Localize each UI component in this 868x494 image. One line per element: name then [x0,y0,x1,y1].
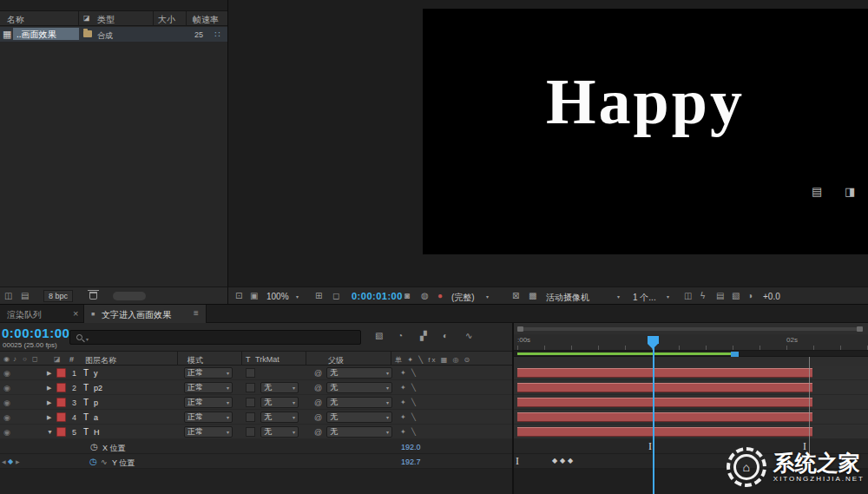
interpret-footage-icon[interactable]: ◫ [4,292,12,300]
item-name-field[interactable]: ..画面效果 [13,28,79,40]
property-name[interactable]: X 位置 [102,443,126,454]
mode-dropdown[interactable]: 正常▾ [184,426,233,438]
preserve-transparency-checkbox[interactable] [246,368,255,378]
tab-active-comp[interactable]: ■ 文字进入画面效果 ≡ [83,305,207,324]
keyframe-diamond[interactable]: ◆ [560,458,565,464]
viewer-overlay-icon-2[interactable]: ◨ [845,185,855,198]
stopwatch-icon[interactable]: ◷ [90,442,98,451]
prev-keyframe-icon[interactable]: ◀ [2,458,6,464]
layer-name[interactable]: p [94,398,98,407]
property-row-x-position[interactable]: ◷ X 位置 192.0 [0,439,512,454]
layer-color-chip[interactable] [56,427,66,437]
graph-editor-icon[interactable]: ∿ [465,332,472,340]
flowchart-button-icon[interactable]: ▧ [732,292,740,300]
layer-switches[interactable]: ✦ ╲ [400,428,418,436]
eye-icon[interactable]: ◉ [3,428,10,437]
layer-duration-bar[interactable] [517,427,812,437]
layer-duration-bar[interactable] [517,398,812,407]
layer-row[interactable]: ◉ ▶ 4 T a 正常▾ 无▾ @ 无▾ ✦ ╲ [0,410,512,425]
keyframe-diamond[interactable]: ◆ [552,458,557,464]
keyframe-diamond[interactable]: ◆ [568,458,573,464]
layer-name[interactable]: p2 [94,384,102,392]
always-preview-icon[interactable]: ⊡ [235,292,242,300]
mini-flowchart-icon[interactable]: ▧ [375,332,383,340]
layer-name[interactable]: y [94,369,98,378]
time-navigator-end-handle[interactable] [857,326,863,332]
layer-switches[interactable]: ✦ ╲ [400,369,418,377]
transparency-grid-icon[interactable]: ▩ [529,292,536,300]
current-time-indicator-line[interactable] [653,337,654,494]
twirl-arrow-icon[interactable]: ▶ [47,370,51,377]
column-name[interactable]: 名称 [7,14,24,26]
trkmat-dropdown[interactable]: 无▾ [260,426,299,438]
property-row-y-position[interactable]: ◀ ◆ ▶ ◷ ∿ Y 位置 192.7 [0,454,512,469]
layer-color-chip[interactable] [56,368,66,378]
color-depth-button[interactable]: 8 bpc [43,290,73,302]
mode-dropdown[interactable]: 正常▾ [184,367,233,379]
next-keyframe-icon[interactable]: ▶ [16,458,20,464]
property-name[interactable]: Y 位置 [112,458,135,469]
layer-row[interactable]: ◉ ▶ 1 T y 正常▾ @ 无▾ ✦ ╲ [0,366,512,380]
viewer-overlay-icon-1[interactable]: ▤ [812,185,822,198]
layer-color-chip[interactable] [56,412,66,422]
close-icon[interactable]: × [73,308,78,319]
property-value[interactable]: 192.0 [401,443,421,451]
preserve-transparency-checkbox[interactable] [246,427,255,437]
eye-icon[interactable]: ◉ [3,369,10,378]
layer-switches[interactable]: ✦ ╲ [400,413,418,421]
trkmat-dropdown[interactable]: 无▾ [260,382,299,393]
grid-guides-icon[interactable]: ⊞ [315,292,322,300]
eye-icon[interactable]: ◉ [3,413,10,422]
column-type[interactable]: 类型 [97,14,115,26]
preserve-transparency-checkbox[interactable] [246,383,255,392]
keyframe-marker[interactable]: I [516,456,519,466]
mask-visibility-icon[interactable]: ◻ [332,292,339,300]
pickwhip-icon[interactable]: @ [314,384,322,392]
twirl-arrow-icon[interactable]: ▶ [47,385,51,392]
preserve-transparency-checkbox[interactable] [246,412,255,422]
parent-dropdown[interactable]: 无▾ [326,412,392,423]
viewer-timecode[interactable]: 0:00:01:00 [352,291,403,301]
project-flow-pill[interactable] [113,292,146,300]
stopwatch-icon[interactable]: ◷ [89,457,97,466]
trash-icon[interactable] [89,292,97,300]
layer-row[interactable]: ◉ ▶ 2 T p2 正常▾ 无▾ @ 无▾ ✦ ╲ [0,380,512,395]
label-column-icon[interactable]: ◪ [83,14,90,22]
property-value[interactable]: 192.7 [401,458,421,466]
twirl-arrow-icon[interactable]: ▼ [47,429,53,435]
layer-name[interactable]: a [94,413,98,422]
mode-dropdown[interactable]: 正常▾ [184,397,233,408]
eye-icon[interactable]: ◉ [3,398,10,407]
twirl-arrow-icon[interactable]: ▶ [47,399,51,406]
eye-icon[interactable]: ◉ [3,384,10,392]
trkmat-dropdown[interactable]: 无▾ [260,412,299,423]
layer-row[interactable]: ◉ ▼ 5 T H 正常▾ 无▾ @ 无▾ ✦ ╲ [0,425,512,439]
column-t[interactable]: T [246,355,251,364]
keyframe-marker[interactable]: I [648,441,652,451]
work-area-end-handle[interactable] [731,352,739,357]
composition-view[interactable]: Happy ▤ ◨ [423,9,868,254]
parent-dropdown[interactable]: 无▾ [326,426,392,438]
region-of-interest-icon[interactable]: ⊠ [512,292,519,300]
layer-duration-bar[interactable] [517,383,812,392]
layer-color-chip[interactable] [56,398,66,407]
trkmat-dropdown[interactable]: 无▾ [260,397,299,408]
show-channels-icon[interactable]: ● [437,292,443,300]
mode-dropdown[interactable]: 正常▾ [184,382,233,393]
time-navigator-track[interactable] [517,327,863,331]
pickwhip-icon[interactable]: @ [314,428,322,437]
layer-switches[interactable]: ✦ ╲ [400,398,418,406]
current-time-indicator-handle[interactable] [648,336,659,344]
time-ruler[interactable]: :00s 02s [514,334,868,351]
keyframe-toggle-icon[interactable]: ◆ [8,458,13,465]
mode-dropdown[interactable]: 正常▾ [184,412,233,423]
tab-render-queue[interactable]: 渲染队列 × [0,305,83,324]
layer-duration-bar[interactable] [517,368,812,378]
shy-icon[interactable]: ◔ [398,332,403,340]
layer-color-chip[interactable] [56,383,66,392]
pickwhip-icon[interactable]: @ [314,413,322,422]
layer-name[interactable]: H [94,428,100,437]
layer-duration-bar[interactable] [517,412,812,422]
new-folder-icon[interactable]: ▤ [21,292,29,300]
column-framerate[interactable]: 帧速率 [193,14,219,26]
